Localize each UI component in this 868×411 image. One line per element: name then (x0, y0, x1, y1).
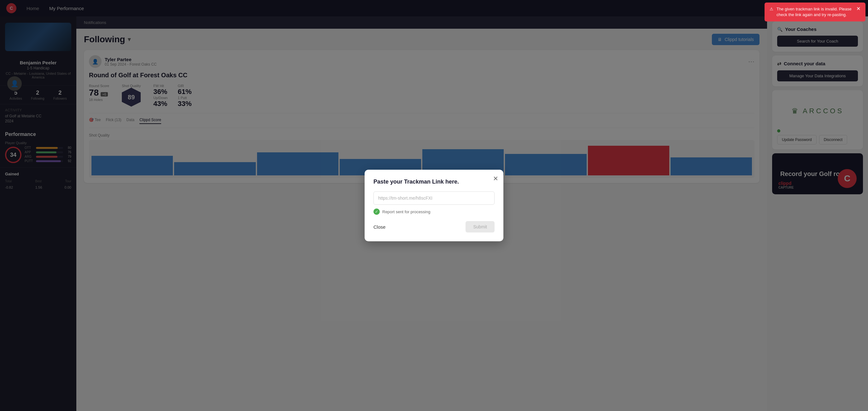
trackman-link-input[interactable] (373, 191, 495, 205)
modal-overlay[interactable]: Paste your Trackman Link here. ✕ ✓ Repor… (0, 0, 868, 411)
success-message: Report sent for processing (382, 210, 430, 214)
modal-close-button[interactable]: Close (373, 224, 385, 230)
modal-submit-button[interactable]: Submit (466, 221, 495, 232)
success-checkmark-icon: ✓ (373, 209, 380, 215)
toast-close-button[interactable]: ✕ (856, 6, 861, 11)
error-toast: ⚠ The given trackman link is invalid. Pl… (765, 2, 866, 22)
modal-title: Paste your Trackman Link here. (373, 179, 495, 185)
toast-icon: ⚠ (770, 6, 773, 12)
modal-footer: Close Submit (373, 221, 495, 232)
toast-message: The given trackman link is invalid. Plea… (777, 6, 853, 18)
modal-success-row: ✓ Report sent for processing (373, 209, 495, 215)
trackman-modal: Paste your Trackman Link here. ✕ ✓ Repor… (365, 170, 503, 241)
modal-close-icon-button[interactable]: ✕ (493, 175, 498, 182)
